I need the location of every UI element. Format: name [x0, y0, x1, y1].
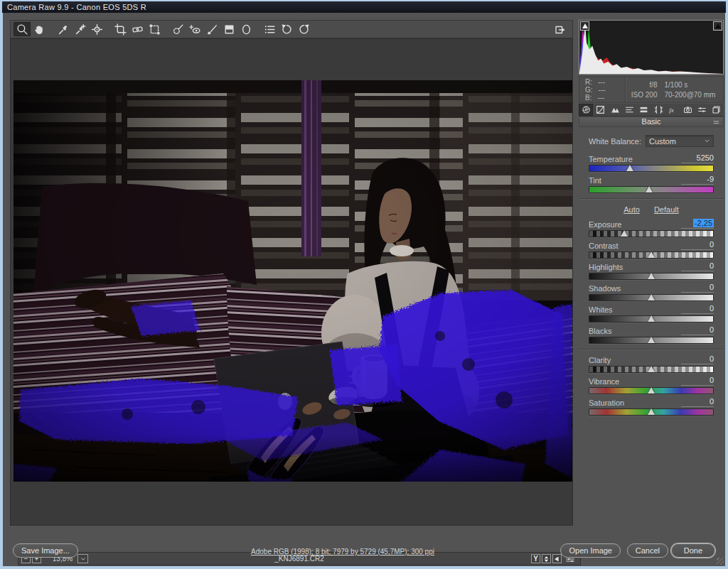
transform-tool[interactable]: [146, 22, 163, 36]
grad-icon: [223, 23, 235, 36]
svg-text:fx: fx: [669, 107, 673, 114]
auto-link[interactable]: Auto: [623, 205, 640, 214]
highlights-slider[interactable]: [589, 273, 714, 280]
zoom-level-dropdown[interactable]: [77, 554, 88, 563]
panel-title: Basic: [642, 117, 661, 126]
zoom-tool[interactable]: [14, 22, 31, 36]
exposure-label: Exposure: [589, 220, 621, 229]
before-after-cycle-button[interactable]: Y: [531, 554, 540, 563]
vibrance-slider-thumb[interactable]: [648, 387, 655, 394]
auto-default-links: AutoDefault: [589, 205, 714, 214]
contrast-value[interactable]: 0: [681, 240, 714, 250]
shadows-slider-thumb[interactable]: [648, 294, 655, 300]
clarity-slider-row: Clarity0: [589, 354, 714, 373]
resize-grip[interactable]: [717, 558, 724, 565]
shadows-slider[interactable]: [589, 294, 714, 301]
panel-menu-icon[interactable]: [712, 119, 720, 126]
shot-info: f/81/100 s ISO 20070-200@70 mm: [626, 77, 723, 102]
whites-value[interactable]: 0: [681, 304, 714, 314]
shadow-clipping-warning-toggle[interactable]: [580, 21, 589, 31]
highlight-clipping-warning-toggle[interactable]: [713, 21, 722, 31]
rotate-left-tool[interactable]: [278, 22, 295, 36]
vibrance-value[interactable]: 0: [681, 376, 714, 386]
tab-tone-curve[interactable]: [593, 104, 607, 116]
spot-icon: [172, 23, 184, 36]
hand-icon: [33, 23, 46, 36]
graduated-filter-tool[interactable]: [220, 22, 237, 36]
clarity-slider-thumb[interactable]: [648, 366, 655, 372]
exposure-slider-thumb[interactable]: [621, 230, 628, 237]
copy-current-to-before-button[interactable]: [552, 554, 562, 563]
preview-area: − + 13,8% _KNJ6891.CR2 Y: [10, 38, 573, 526]
list-icon: [264, 23, 276, 36]
snapshots-icon: [712, 105, 721, 114]
save-image-button[interactable]: Save Image...: [13, 543, 78, 558]
targeted-adjustment-tool[interactable]: [88, 22, 105, 36]
clarity-slider[interactable]: [589, 366, 714, 373]
highlight-clip-icon: [715, 23, 721, 28]
tab-detail[interactable]: [608, 104, 622, 116]
panel-tabs: fx: [579, 104, 724, 116]
swap-before-after-button[interactable]: [542, 554, 551, 563]
tint-slider-thumb[interactable]: [646, 186, 653, 193]
tab-effects[interactable]: fx: [665, 104, 680, 116]
title-bar[interactable]: Camera Raw 9.9 - Canon EOS 5DS R: [2, 1, 726, 13]
shadows-value[interactable]: 0: [681, 283, 714, 293]
tab-hsl-grayscale[interactable]: [622, 104, 636, 116]
adjustment-brush-tool[interactable]: [203, 22, 220, 36]
saturation-value[interactable]: 0: [681, 397, 714, 407]
tint-slider[interactable]: [589, 186, 714, 193]
tint-value[interactable]: -9: [681, 175, 714, 185]
zoom-icon: [16, 23, 28, 36]
spot-removal-tool[interactable]: [169, 22, 186, 36]
vibrance-slider[interactable]: [589, 387, 714, 394]
preferences-tool[interactable]: [261, 22, 278, 36]
default-link[interactable]: Default: [654, 205, 679, 214]
tab-camera-calibration[interactable]: [680, 104, 695, 116]
tab-split-toning[interactable]: [637, 104, 651, 116]
rgb-readout: R:--- G:--- B:---: [579, 77, 626, 102]
white-balance-tool[interactable]: [54, 22, 71, 36]
temperature-slider-thumb[interactable]: [626, 165, 633, 171]
white-balance-select[interactable]: Custom: [646, 135, 714, 147]
tab-presets[interactable]: [695, 104, 709, 116]
contrast-slider[interactable]: [589, 251, 714, 259]
saturation-slider[interactable]: [589, 408, 714, 416]
whites-slider[interactable]: [589, 315, 714, 323]
exposure-value[interactable]: -2,25: [681, 219, 714, 229]
color-sampler-tool[interactable]: [71, 22, 88, 36]
workflow-options-link[interactable]: Adobe RGB (1998); 8 bit; 7979 by 5729 (4…: [251, 548, 434, 556]
red-eye-tool[interactable]: [186, 22, 203, 36]
clarity-value[interactable]: 0: [681, 354, 714, 364]
straighten-tool[interactable]: [129, 22, 146, 36]
open-image-button[interactable]: Open Image: [560, 543, 621, 558]
saturation-slider-thumb[interactable]: [648, 408, 655, 415]
cancel-button[interactable]: Cancel: [627, 543, 668, 558]
whites-slider-thumb[interactable]: [648, 315, 655, 322]
blacks-slider-thumb[interactable]: [648, 337, 655, 343]
radial-filter-tool[interactable]: [237, 22, 255, 36]
panel-header: Basic: [579, 116, 724, 127]
copy-left-icon: [553, 555, 561, 563]
shadow-clip-icon: [582, 23, 588, 28]
hand-tool[interactable]: [31, 22, 48, 36]
temperature-slider[interactable]: [589, 165, 714, 172]
shadows-label: Shadows: [589, 284, 621, 293]
rotate-right-tool[interactable]: [295, 22, 312, 36]
exposure-slider[interactable]: [589, 230, 714, 237]
temperature-value[interactable]: 5250: [681, 153, 714, 163]
highlights-slider-thumb[interactable]: [648, 273, 655, 279]
blacks-value[interactable]: 0: [681, 325, 714, 335]
lens-icon: [654, 105, 663, 114]
blacks-slider[interactable]: [589, 337, 714, 344]
tab-basic[interactable]: [579, 104, 593, 116]
photo-preview[interactable]: [14, 80, 572, 482]
tab-lens-corrections[interactable]: [651, 104, 665, 116]
contrast-slider-thumb[interactable]: [648, 251, 655, 258]
crop-tool[interactable]: [112, 22, 129, 36]
tone-curve-icon: [596, 105, 605, 114]
highlights-value[interactable]: 0: [681, 261, 714, 271]
toggle-fullscreen-button[interactable]: [553, 23, 567, 36]
tab-snapshots[interactable]: [710, 104, 724, 116]
done-button[interactable]: Done: [671, 543, 715, 558]
